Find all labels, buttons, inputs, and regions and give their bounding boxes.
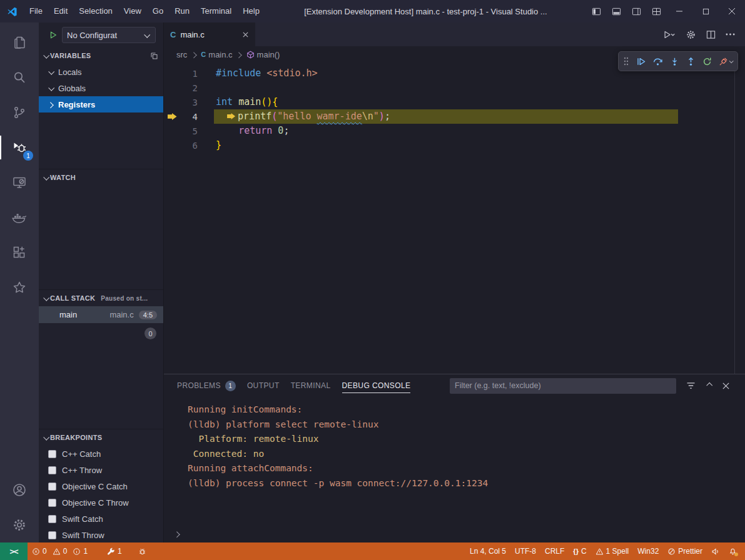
variables-header[interactable]: VARIABLES (39, 48, 163, 64)
more-actions-icon[interactable] (726, 33, 735, 36)
debug-status-icon[interactable] (134, 542, 151, 560)
split-editor-icon[interactable] (706, 30, 716, 39)
problems-label: PROBLEMS (177, 381, 221, 390)
tab-main-c[interactable]: C main.c (164, 22, 255, 46)
stack-frame-row[interactable]: main main.c 4:5 (39, 306, 163, 323)
drag-handle-icon[interactable] (623, 56, 629, 66)
remote-explorer-icon[interactable] (0, 165, 39, 200)
menu-view[interactable]: View (118, 0, 147, 22)
source-control-icon[interactable] (0, 95, 39, 130)
breakpoint-item[interactable]: C++ Throw (39, 462, 163, 478)
encoding-indicator[interactable]: UTF-8 (510, 542, 540, 560)
tab-debug-console[interactable]: DEBUG CONSOLE (337, 374, 417, 397)
menu-go[interactable]: Go (147, 0, 169, 22)
remote-indicator[interactable]: >< (0, 542, 28, 560)
debug-sidebar: No Configurat VARIABLES Locals (39, 22, 164, 542)
tab-output[interactable]: OUTPUT (241, 374, 285, 397)
run-menu-icon[interactable] (664, 31, 676, 39)
notifications-bell-icon[interactable] (724, 542, 741, 560)
code-line-6[interactable]: 6} (164, 138, 745, 152)
megaphone-icon[interactable] (707, 542, 724, 560)
gutter-glyph-margin[interactable] (164, 113, 180, 120)
tree-item-globals[interactable]: Globals (39, 80, 163, 96)
language-mode[interactable]: {} C (569, 542, 590, 560)
watch-header[interactable]: WATCH (39, 169, 163, 186)
breadcrumb-folder[interactable]: src (176, 50, 187, 59)
close-panel-icon[interactable] (722, 382, 730, 390)
breadcrumb-file[interactable]: main.c (208, 50, 232, 59)
maximize-panel-icon[interactable] (704, 381, 713, 390)
close-button[interactable] (719, 0, 745, 22)
filter-lines-icon[interactable] (686, 382, 696, 389)
docker-icon[interactable] (0, 200, 39, 235)
code-line-2[interactable]: 2 (164, 81, 745, 95)
extensions-icon[interactable] (0, 235, 39, 270)
breakpoint-item[interactable]: C++ Catch (39, 446, 163, 462)
account-icon[interactable] (0, 472, 39, 508)
debug-config-dropdown[interactable]: No Configurat (62, 27, 156, 43)
gear-icon[interactable] (686, 29, 696, 40)
cursor-position[interactable]: Ln 4, Col 5 (465, 542, 510, 560)
customize-layout-icon[interactable] (646, 0, 666, 22)
platform-indicator[interactable]: Win32 (633, 542, 663, 560)
step-into-icon[interactable] (670, 57, 679, 66)
code-line-5[interactable]: 5 return 0; (164, 124, 745, 138)
menu-terminal[interactable]: Terminal (195, 0, 237, 22)
maximize-button[interactable] (692, 0, 719, 22)
breakpoint-checkbox[interactable] (48, 482, 56, 491)
explorer-icon[interactable] (0, 25, 39, 60)
tree-item-locals[interactable]: Locals (39, 64, 163, 80)
prettier-status[interactable]: Prettier (663, 542, 707, 560)
code-editor[interactable]: 1#include <stdio.h>23int main(){4 printf… (164, 62, 745, 374)
call-stack-header[interactable]: CALL STACK Paused on st... (39, 290, 163, 306)
breakpoint-checkbox[interactable] (48, 466, 56, 474)
problems-status[interactable]: 0 0 1 (28, 542, 95, 560)
toggle-primary-sidebar-icon[interactable] (586, 0, 606, 22)
filter-input[interactable] (455, 381, 671, 390)
restart-icon[interactable] (702, 57, 712, 66)
code-line-3[interactable]: 3int main(){ (164, 95, 745, 109)
breadcrumb-symbol[interactable]: main() (257, 50, 280, 59)
tree-item-registers[interactable]: Registers (39, 96, 163, 112)
search-icon[interactable] (0, 60, 39, 95)
continue-icon[interactable] (636, 57, 646, 66)
debug-badge: 1 (23, 151, 33, 161)
breakpoint-item[interactable]: Swift Catch (39, 511, 163, 527)
breakpoints-section: BREAKPOINTS C++ CatchC++ ThrowObjective … (39, 429, 163, 542)
disconnect-icon[interactable] (719, 57, 733, 66)
breakpoint-item[interactable]: Objective C Throw (39, 494, 163, 511)
settings-gear-icon[interactable] (0, 508, 39, 542)
inline-breakpoint-icon[interactable] (227, 113, 235, 119)
minimize-button[interactable] (666, 0, 692, 22)
breakpoint-checkbox[interactable] (48, 531, 56, 539)
circle-slash-icon (667, 548, 676, 556)
step-out-icon[interactable] (686, 57, 696, 66)
menu-file[interactable]: File (24, 0, 48, 22)
menu-edit[interactable]: Edit (48, 0, 73, 22)
code-line-4[interactable]: 4 printf("hello wamr-ide\n"); (164, 109, 745, 124)
breakpoint-checkbox[interactable] (48, 515, 56, 523)
breakpoint-item[interactable]: Swift Throw (39, 527, 163, 542)
close-tab-icon[interactable] (242, 31, 249, 38)
breakpoint-checkbox[interactable] (48, 499, 56, 507)
toggle-secondary-sidebar-icon[interactable] (626, 0, 646, 22)
menu-run[interactable]: Run (169, 0, 195, 22)
menu-selection[interactable]: Selection (73, 0, 118, 22)
console-input-row[interactable] (164, 525, 745, 542)
eol-indicator[interactable]: CRLF (540, 542, 569, 560)
star-icon[interactable] (0, 270, 39, 305)
spell-checker-status[interactable]: 1 Spell (591, 542, 634, 560)
breakpoint-item[interactable]: Objective C Catch (39, 478, 163, 494)
start-debug-icon[interactable] (49, 31, 58, 39)
collapse-all-icon[interactable] (150, 52, 158, 60)
tab-terminal[interactable]: TERMINAL (285, 374, 337, 397)
scrollbar[interactable] (734, 62, 735, 374)
breakpoints-header[interactable]: BREAKPOINTS (39, 429, 163, 446)
breakpoint-checkbox[interactable] (48, 450, 56, 458)
step-over-icon[interactable] (652, 57, 663, 66)
toggle-panel-icon[interactable] (606, 0, 626, 22)
tab-problems[interactable]: PROBLEMS 1 (171, 374, 241, 397)
run-debug-icon[interactable]: 1 (0, 130, 39, 165)
toolchain-status[interactable]: 1 (103, 542, 126, 560)
menu-help[interactable]: Help (237, 0, 265, 22)
